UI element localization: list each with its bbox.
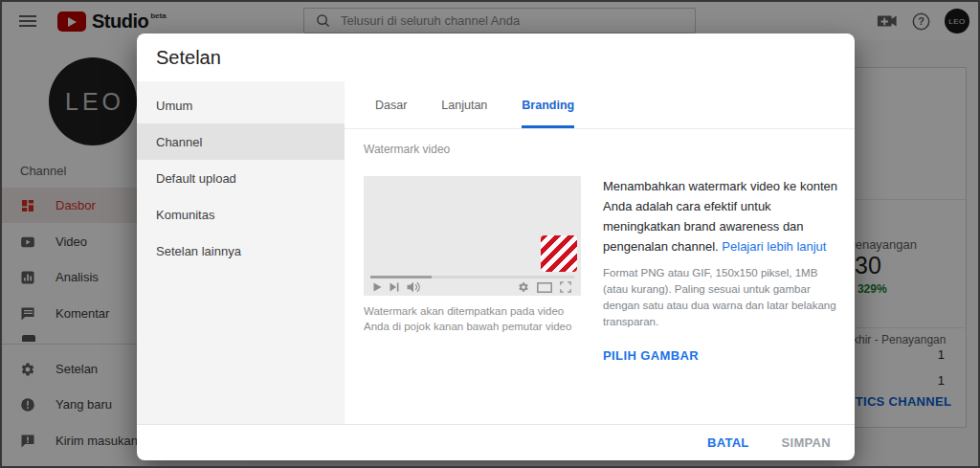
player-settings-gear-icon[interactable] xyxy=(518,281,529,293)
dialog-title: Setelan xyxy=(156,47,221,69)
cancel-button[interactable]: BATAL xyxy=(700,432,757,454)
tab-branding[interactable]: Branding xyxy=(522,81,574,128)
settings-nav-default-upload[interactable]: Default upload xyxy=(137,160,345,196)
dialog-footer: BATAL SIMPAN xyxy=(137,424,855,460)
video-area xyxy=(364,176,581,274)
dialog-header: Setelan xyxy=(137,33,855,81)
fullscreen-icon[interactable] xyxy=(560,281,571,293)
format-note: Format PNG atau GIF, 150x150 piksel, 1MB… xyxy=(603,265,837,330)
watermark-caption: Watermark akan ditempatkan pada video An… xyxy=(364,303,591,334)
channel-tabs: Dasar Lanjutan Branding xyxy=(345,81,855,129)
save-button[interactable]: SIMPAN xyxy=(774,432,838,454)
youtube-studio-screen: Studio beta ? LEO LEO Channel Dasbor Vid… xyxy=(0,0,980,468)
player-controls xyxy=(364,279,581,296)
video-player-preview xyxy=(364,176,581,296)
settings-nav-komunitas[interactable]: Komunitas xyxy=(137,196,345,233)
settings-nav-setelan-lainnya[interactable]: Setelan lainnya xyxy=(137,233,345,269)
volume-icon[interactable] xyxy=(407,281,420,293)
play-icon[interactable] xyxy=(373,282,382,292)
watermark-preview[interactable] xyxy=(541,235,577,272)
choose-image-button[interactable]: PILIH GAMBAR xyxy=(603,348,699,363)
settings-dialog: Setelan Umum Channel Default upload Komu… xyxy=(137,33,855,460)
player-progress-bar[interactable] xyxy=(370,276,574,279)
learn-more-link[interactable]: Pelajari lebih lanjut xyxy=(722,239,826,254)
settings-nav: Umum Channel Default upload Komunitas Se… xyxy=(137,81,345,424)
tab-dasar[interactable]: Dasar xyxy=(375,81,407,128)
settings-nav-umum[interactable]: Umum xyxy=(137,87,345,123)
player-progress-fill xyxy=(370,276,432,279)
dialog-body: Umum Channel Default upload Komunitas Se… xyxy=(137,81,855,424)
branding-pane: Watermark video xyxy=(345,129,855,364)
settings-nav-channel[interactable]: Channel xyxy=(137,123,345,160)
watermark-preview-column: Watermark akan ditempatkan pada video An… xyxy=(364,176,581,364)
tab-lanjutan[interactable]: Lanjutan xyxy=(441,81,487,128)
watermark-field-label: Watermark video xyxy=(364,143,855,156)
next-icon[interactable] xyxy=(390,282,399,292)
miniplayer-icon[interactable] xyxy=(537,282,552,293)
watermark-description: Menambahkan watermark video ke konten An… xyxy=(603,176,837,256)
watermark-description-column: Menambahkan watermark video ke konten An… xyxy=(603,176,837,364)
settings-content: Dasar Lanjutan Branding Watermark video xyxy=(345,81,855,424)
